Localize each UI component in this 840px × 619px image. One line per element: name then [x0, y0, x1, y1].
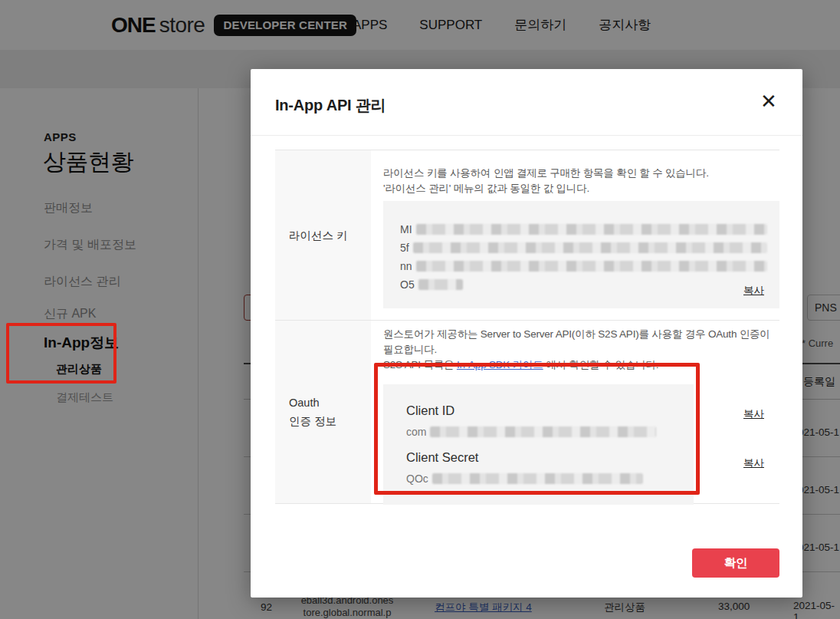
license-key-line4: O5 — [400, 275, 764, 294]
key-prefix: MI — [400, 223, 412, 235]
oauth-desc-line1: 원스토어가 제공하는 Server to Server API(이하 S2S A… — [383, 327, 779, 357]
copy-client-secret-link[interactable]: 복사 — [743, 456, 764, 470]
license-desc-line1: 라이선스 키를 사용하여 인앱 결제로 구매한 항목을 확인 할 수 있습니다. — [383, 166, 779, 181]
oauth-label-line2: 인증 정보 — [289, 412, 371, 430]
redacted-key-bar — [416, 224, 767, 235]
license-key-box: MI 5f nn O5 복사 — [383, 201, 779, 308]
license-key-content: 라이선스 키를 사용하여 인앱 결제로 구매한 항목을 확인 할 수 있습니다.… — [371, 150, 779, 320]
modal-footer: 확인 — [692, 548, 779, 578]
key-prefix: 5f — [400, 242, 409, 254]
close-icon[interactable]: ✕ — [756, 89, 781, 114]
license-key-label: 라이선스 키 — [275, 150, 371, 320]
oauth-label: Oauth 인증 정보 — [275, 321, 371, 503]
screen: ONE store DEVELOPER CENTER APPS SUPPORT … — [0, 0, 840, 619]
redacted-key-bar — [416, 261, 767, 272]
license-desc-line2: '라이선스 관리' 메뉴의 값과 동일한 값 입니다. — [383, 181, 779, 196]
annotation-box-sidebar-inapp — [6, 323, 116, 384]
license-key-label-text: 라이선스 키 — [289, 226, 371, 245]
modal-title: In-App API 관리 — [275, 95, 386, 116]
license-key-line2: 5f — [400, 239, 764, 257]
confirm-button[interactable]: 확인 — [692, 548, 779, 578]
copy-license-key-link[interactable]: 복사 — [743, 284, 764, 298]
key-prefix: nn — [400, 260, 412, 272]
modal-header: In-App API 관리 ✕ — [251, 69, 802, 136]
redacted-key-bar — [413, 242, 767, 253]
oauth-label-line1: Oauth — [289, 393, 371, 412]
copy-client-id-link[interactable]: 복사 — [743, 407, 764, 421]
annotation-box-oauth-credentials — [374, 363, 700, 495]
license-key-line1: MI — [400, 220, 764, 239]
inapp-api-modal: In-App API 관리 ✕ 라이선스 키 라이선스 키를 사용하여 인앱 결… — [251, 69, 802, 598]
license-key-line3: nn — [400, 257, 764, 275]
redacted-key-bar — [418, 279, 463, 290]
license-key-row: 라이선스 키 라이선스 키를 사용하여 인앱 결제로 구매한 항목을 확인 할 … — [275, 150, 779, 321]
key-prefix: O5 — [400, 278, 415, 291]
